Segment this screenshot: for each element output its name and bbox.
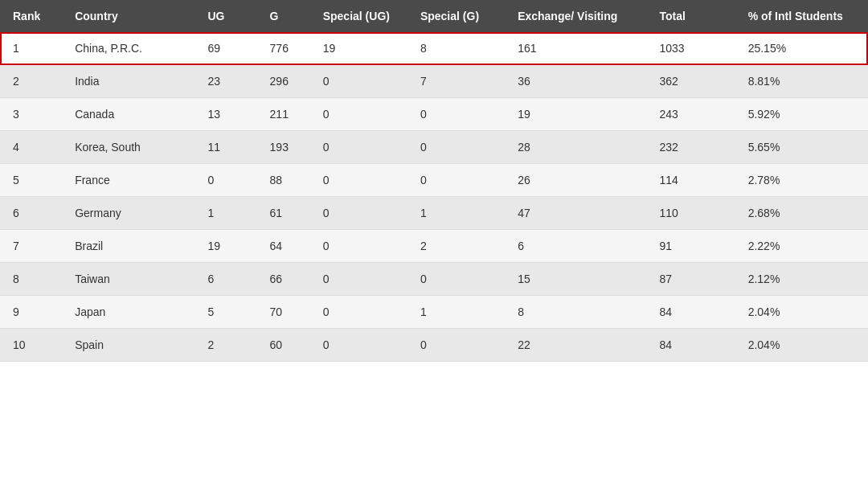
cell-exchange: 47 — [505, 197, 646, 230]
cell-pct: 2.68% — [735, 197, 868, 230]
header-g: G — [257, 0, 310, 32]
cell-rank: 8 — [0, 263, 62, 296]
header-rank: Rank — [0, 0, 62, 32]
cell-total: 243 — [646, 98, 735, 131]
cell-special-ug: 0 — [310, 329, 407, 362]
cell-country: Taiwan — [62, 263, 194, 296]
cell-pct: 2.78% — [735, 164, 868, 197]
cell-pct: 5.92% — [735, 98, 868, 131]
table-row: 2India2329607363628.81% — [0, 65, 868, 98]
cell-special-g: 2 — [407, 230, 505, 263]
cell-special-ug: 19 — [310, 32, 407, 65]
cell-pct: 5.65% — [735, 131, 868, 164]
cell-country: France — [62, 164, 194, 197]
header-pct: % of Intl Students — [735, 0, 868, 32]
cell-exchange: 15 — [505, 263, 646, 296]
table-body: 1China, P.R.C.69776198161103325.15%2Indi… — [0, 32, 868, 362]
cell-total: 114 — [646, 164, 735, 197]
international-students-table: Rank Country UG G Special (UG) Special (… — [0, 0, 868, 362]
header-special-ug: Special (UG) — [310, 0, 407, 32]
cell-ug: 0 — [194, 164, 256, 197]
cell-pct: 2.04% — [735, 296, 868, 329]
cell-ug: 69 — [194, 32, 256, 65]
cell-special-g: 7 — [407, 65, 505, 98]
cell-pct: 2.22% — [735, 230, 868, 263]
cell-special-ug: 0 — [310, 197, 407, 230]
cell-special-g: 0 — [407, 164, 505, 197]
cell-special-g: 0 — [407, 263, 505, 296]
cell-special-ug: 0 — [310, 131, 407, 164]
cell-country: Germany — [62, 197, 194, 230]
cell-rank: 6 — [0, 197, 62, 230]
cell-special-ug: 0 — [310, 263, 407, 296]
header-ug: UG — [194, 0, 256, 32]
cell-rank: 5 — [0, 164, 62, 197]
cell-rank: 7 — [0, 230, 62, 263]
table-row: 10Spain2600022842.04% — [0, 329, 868, 362]
table-row: 8Taiwan6660015872.12% — [0, 263, 868, 296]
cell-ug: 6 — [194, 263, 256, 296]
cell-country: Spain — [62, 329, 194, 362]
table-row: 6Germany16101471102.68% — [0, 197, 868, 230]
table-header-row: Rank Country UG G Special (UG) Special (… — [0, 0, 868, 32]
cell-special-g: 1 — [407, 296, 505, 329]
cell-exchange: 36 — [505, 65, 646, 98]
cell-g: 776 — [257, 32, 310, 65]
cell-special-ug: 0 — [310, 98, 407, 131]
cell-exchange: 8 — [505, 296, 646, 329]
table-row: 7Brazil1964026912.22% — [0, 230, 868, 263]
header-exchange: Exchange/ Visiting — [505, 0, 646, 32]
cell-total: 84 — [646, 329, 735, 362]
cell-exchange: 19 — [505, 98, 646, 131]
cell-rank: 10 — [0, 329, 62, 362]
cell-special-g: 1 — [407, 197, 505, 230]
header-total: Total — [646, 0, 735, 32]
cell-ug: 1 — [194, 197, 256, 230]
cell-g: 193 — [257, 131, 310, 164]
cell-special-g: 8 — [407, 32, 505, 65]
cell-country: Brazil — [62, 230, 194, 263]
cell-total: 87 — [646, 263, 735, 296]
cell-total: 110 — [646, 197, 735, 230]
cell-ug: 5 — [194, 296, 256, 329]
cell-ug: 19 — [194, 230, 256, 263]
cell-special-ug: 0 — [310, 164, 407, 197]
table-row: 5France08800261142.78% — [0, 164, 868, 197]
cell-special-g: 0 — [407, 131, 505, 164]
cell-special-g: 0 — [407, 98, 505, 131]
cell-ug: 23 — [194, 65, 256, 98]
cell-g: 64 — [257, 230, 310, 263]
cell-g: 66 — [257, 263, 310, 296]
cell-g: 211 — [257, 98, 310, 131]
header-special-g: Special (G) — [407, 0, 505, 32]
cell-special-ug: 0 — [310, 230, 407, 263]
table-row: 9Japan570018842.04% — [0, 296, 868, 329]
cell-exchange: 6 — [505, 230, 646, 263]
cell-rank: 1 — [0, 32, 62, 65]
cell-rank: 3 — [0, 98, 62, 131]
cell-exchange: 22 — [505, 329, 646, 362]
cell-g: 88 — [257, 164, 310, 197]
cell-pct: 8.81% — [735, 65, 868, 98]
table-row: 3Canada1321100192435.92% — [0, 98, 868, 131]
cell-pct: 2.04% — [735, 329, 868, 362]
cell-pct: 25.15% — [735, 32, 868, 65]
cell-total: 1033 — [646, 32, 735, 65]
cell-special-g: 0 — [407, 329, 505, 362]
cell-ug: 11 — [194, 131, 256, 164]
cell-g: 60 — [257, 329, 310, 362]
cell-pct: 2.12% — [735, 263, 868, 296]
header-country: Country — [62, 0, 194, 32]
cell-total: 84 — [646, 296, 735, 329]
cell-exchange: 161 — [505, 32, 646, 65]
cell-special-ug: 0 — [310, 65, 407, 98]
cell-total: 232 — [646, 131, 735, 164]
cell-country: India — [62, 65, 194, 98]
cell-exchange: 26 — [505, 164, 646, 197]
cell-country: China, P.R.C. — [62, 32, 194, 65]
cell-g: 296 — [257, 65, 310, 98]
cell-g: 61 — [257, 197, 310, 230]
cell-total: 91 — [646, 230, 735, 263]
cell-country: Korea, South — [62, 131, 194, 164]
table-row: 1China, P.R.C.69776198161103325.15% — [0, 32, 868, 65]
